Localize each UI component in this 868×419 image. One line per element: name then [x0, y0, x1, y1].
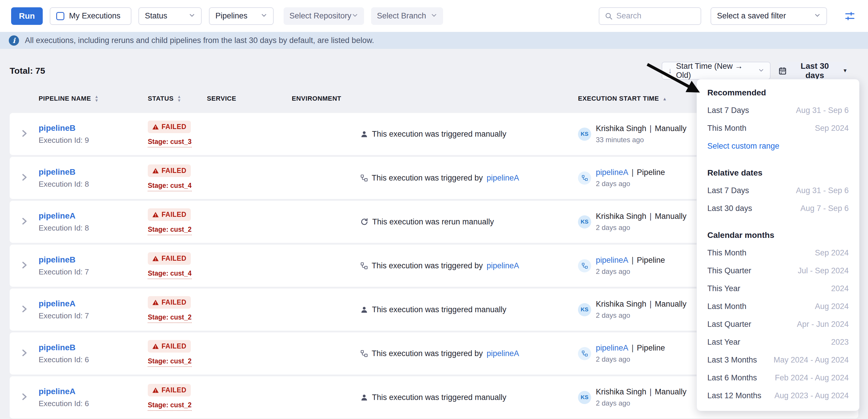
date-range-option[interactable]: Last Year 2023	[707, 333, 849, 351]
menu-section-relative-dates: Relative dates Last 7 Days Aug 31 - Sep …	[707, 164, 849, 217]
separator: |	[631, 344, 633, 353]
date-range-option[interactable]: This Month Sep 2024	[707, 119, 849, 137]
pipeline-name-link[interactable]: pipelineA	[39, 387, 148, 396]
select-repository-dropdown[interactable]: Select Repository	[284, 7, 364, 25]
date-range-option[interactable]: This Month Sep 2024	[707, 244, 849, 262]
status-badge-label: FAILED	[161, 123, 186, 131]
run-button[interactable]: Run	[11, 7, 43, 25]
pipeline-name-link[interactable]: pipelineB	[39, 124, 148, 133]
status-filter-dropdown[interactable]: Status	[138, 7, 202, 25]
row-expander[interactable]	[10, 217, 39, 227]
select-branch-dropdown[interactable]: Select Branch	[371, 7, 443, 25]
pipeline-avatar	[578, 171, 591, 185]
date-range-option[interactable]: Last 7 Days Aug 31 - Sep 6	[707, 182, 849, 199]
date-range-option-label: Last 30 days	[707, 204, 752, 213]
status-cell: FAILED Stage: cust_3	[148, 121, 207, 148]
info-icon: i	[9, 35, 19, 46]
separator: |	[650, 300, 652, 309]
separator: |	[650, 212, 652, 221]
failed-stage-link[interactable]: Stage: cust_2	[148, 313, 192, 323]
trigger-pipeline-link[interactable]: pipelineA	[487, 349, 519, 358]
pipeline-cell: pipelineB Execution Id: 7	[39, 255, 148, 277]
search-input[interactable]	[616, 11, 695, 21]
select-custom-range-link[interactable]: Select custom range	[707, 141, 779, 151]
top-toolbar: Run My Executions Status Pipelines Selec…	[0, 0, 868, 32]
status-cell: FAILED Stage: cust_4	[148, 252, 207, 279]
row-expander[interactable]	[10, 349, 39, 358]
date-range-option[interactable]: Last 3 Months May 2024 - Aug 2024	[707, 351, 849, 369]
trigger-mode: Manually	[655, 124, 687, 133]
date-range-option[interactable]: Last Quarter Apr - Jun 2024	[707, 315, 849, 333]
starter-name-line: pipelineA | Pipeline	[596, 168, 665, 177]
date-range-option[interactable]: Last 12 Months Aug 2023 - Aug 2024	[707, 387, 849, 405]
starter-name-line: pipelineA | Pipeline	[596, 256, 665, 265]
pipeline-cell: pipelineB Execution Id: 9	[39, 124, 148, 145]
date-range-option[interactable]: Last 30 days Aug 7 - Sep 6	[707, 199, 849, 217]
info-banner: i All executions, including reruns and c…	[0, 32, 868, 49]
trigger-mode: Manually	[655, 300, 687, 309]
pipeline-cell: pipelineA Execution Id: 6	[39, 387, 148, 408]
trigger-pipeline-link[interactable]: pipelineA	[487, 261, 519, 270]
row-expander[interactable]	[10, 304, 39, 315]
chevron-down-icon	[352, 11, 358, 21]
trigger-mode: Pipeline	[637, 344, 665, 353]
my-executions-toggle[interactable]: My Executions	[50, 7, 131, 25]
separator: |	[650, 387, 652, 396]
starter-pipeline-link[interactable]: pipelineA	[596, 344, 628, 353]
failed-stage-link[interactable]: Stage: cust_2	[148, 401, 192, 411]
chevron-down-icon	[758, 66, 764, 75]
date-range-option-value: Sep 2024	[815, 249, 849, 257]
pipelines-filter-dropdown[interactable]: Pipelines	[209, 7, 274, 25]
starter-pipeline-link[interactable]: pipelineA	[596, 256, 628, 265]
pipeline-name-link[interactable]: pipelineB	[39, 343, 148, 352]
menu-section-calendar-months: Calendar months This Month Sep 2024 This…	[707, 226, 849, 405]
pipeline-name-link[interactable]: pipelineA	[39, 211, 148, 221]
failed-stage-link[interactable]: Stage: cust_4	[148, 182, 192, 191]
date-range-option[interactable]: This Year 2024	[707, 280, 849, 297]
trigger-text: This execution was triggered by	[372, 349, 483, 358]
starter-pipeline-link[interactable]: pipelineA	[596, 168, 628, 177]
trigger-cell: This execution was triggered by pipeline…	[292, 261, 578, 270]
row-expander[interactable]	[10, 173, 39, 183]
warning-triangle-icon	[152, 255, 159, 262]
saved-filter-label: Select a saved filter	[717, 11, 786, 21]
col-header-status[interactable]: STATUS ▲▼	[148, 95, 207, 102]
pipeline-name-link[interactable]: pipelineA	[39, 299, 148, 309]
starter-user-name: Krishika Singh	[596, 300, 647, 309]
failed-stage-link[interactable]: Stage: cust_2	[148, 357, 192, 367]
filter-settings-icon[interactable]	[843, 10, 856, 23]
user-avatar: KS	[578, 391, 591, 404]
pipeline-avatar	[578, 259, 591, 272]
chevron-down-icon	[261, 11, 267, 21]
sort-order-dropdown[interactable]: ↓ Start Time (New → Old)	[662, 62, 771, 79]
trigger-pipeline-link[interactable]: pipelineA	[487, 173, 519, 183]
date-range-option-label: This Quarter	[707, 266, 751, 275]
date-range-menu: Recommended Last 7 Days Aug 31 - Sep 6 T…	[696, 79, 860, 411]
date-range-option[interactable]: This Quarter Jul - Sep 2024	[707, 262, 849, 280]
row-expander[interactable]	[10, 392, 39, 402]
starter-name-line: Krishika Singh | Manually	[596, 300, 687, 309]
chevron-right-icon	[20, 217, 29, 227]
saved-filter-dropdown[interactable]: Select a saved filter	[711, 7, 827, 25]
date-range-option[interactable]: Last 6 Months Feb 2024 - Aug 2024	[707, 369, 849, 387]
failed-stage-link[interactable]: Stage: cust_3	[148, 138, 192, 148]
row-expander[interactable]	[10, 261, 39, 271]
date-range-option[interactable]: Last Month Aug 2024	[707, 297, 849, 315]
date-range-option[interactable]: Last 7 Days Aug 31 - Sep 6	[707, 101, 849, 119]
date-range-option[interactable]: Select custom range	[707, 137, 849, 155]
trigger-text: This execution was rerun manually	[372, 217, 494, 226]
trigger-text: This execution was triggered by	[372, 173, 483, 183]
date-range-button[interactable]: Last 30 days ▼	[778, 62, 847, 79]
trigger-cell: This execution was triggered by pipeline…	[292, 349, 578, 358]
col-header-pipeline-name[interactable]: PIPELINE NAME ▲▼	[39, 95, 148, 102]
trigger-cell: This execution was triggered by pipeline…	[292, 173, 578, 183]
pipeline-name-link[interactable]: pipelineB	[39, 167, 148, 177]
pipeline-name-link[interactable]: pipelineB	[39, 255, 148, 264]
col-header-label: SERVICE	[207, 95, 236, 102]
failed-stage-link[interactable]: Stage: cust_2	[148, 226, 192, 235]
failed-stage-link[interactable]: Stage: cust_4	[148, 269, 192, 279]
row-expander[interactable]	[10, 129, 39, 139]
my-executions-checkbox[interactable]	[56, 12, 64, 20]
sort-both-icon: ▲▼	[177, 95, 181, 102]
child-pipeline-trigger-icon	[360, 174, 368, 182]
